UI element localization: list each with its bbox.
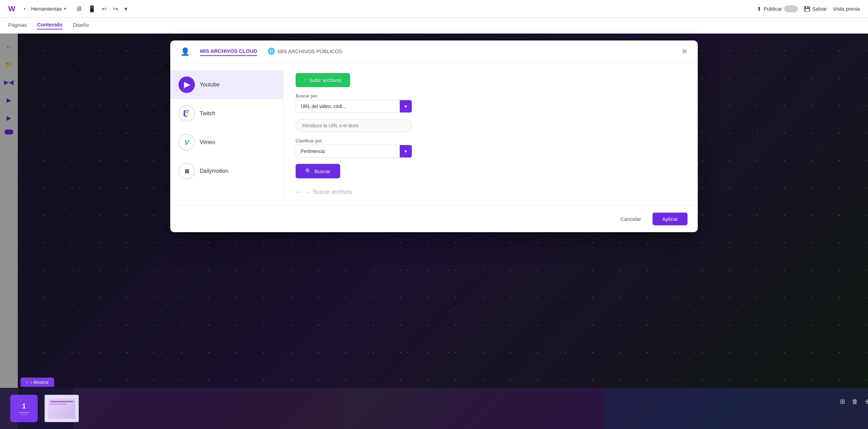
tools-chevron-icon: ▾ — [64, 7, 66, 11]
twitch-icon — [178, 105, 195, 122]
modal-user-icon: 👤 — [181, 47, 190, 56]
upload-icon: ↑ — [304, 77, 307, 83]
modal-public-icon: 🌐 — [268, 47, 275, 55]
page-thumb-1[interactable]: 1 — [10, 395, 38, 422]
bottom-actions: ⊞ 🗑 ⊕ 👁 — [840, 398, 858, 405]
topbar-icons: 🖥 📱 ↩ ↪ ▾ — [76, 5, 127, 13]
youtube-label: Youtube — [200, 82, 220, 88]
search-panel: ↑ Subir archivos Buscar por: URL del vid… — [283, 63, 698, 205]
topbar: W ▾ Herramientas ▾ 🖥 📱 ↩ ↪ ▾ ⬆ Publicar … — [0, 0, 868, 18]
publish-button[interactable]: ⬆ Publicar — [757, 5, 798, 12]
sort-row: Pertinencia ▾ — [296, 145, 412, 158]
source-item-vimeo[interactable]: V Vimeo — [170, 128, 283, 157]
source-item-dailymotion[interactable]: ⊞ Dailymotion — [170, 157, 283, 186]
show-icon: ↕ — [26, 380, 28, 385]
results-arrow-icon: ← — [296, 188, 302, 196]
bottom-delete-icon[interactable]: 🗑 — [852, 398, 858, 405]
preview-button[interactable]: Vista previa — [833, 6, 860, 12]
buscar-label: Buscar — [314, 168, 331, 174]
dailymotion-icon: ⊞ — [178, 163, 195, 179]
vimeo-label: Vimeo — [200, 139, 215, 145]
navbar: Páginas Contenido Diseño — [0, 18, 868, 34]
show-button[interactable]: ↕ ↕ Mostrar — [21, 378, 54, 387]
modal-tab-public-files-label: MIS ARCHIVOS PÚBLICOS — [278, 48, 342, 54]
modal-dialog: 👤 MIS ARCHIVOS CLOUD 🌐 MIS ARCHIVOS PÚBL… — [170, 40, 698, 232]
save-label: Salvar — [812, 6, 827, 12]
bottom-bar: ↕ ↕ Mostrar 1 ⊞ 🗑 ⊕ 👁 — [0, 388, 868, 429]
results-area: ← ← Buscar archivos — [296, 184, 685, 196]
source-item-youtube[interactable]: ▶ Youtube — [170, 70, 283, 99]
search-dropdown-button[interactable]: ▾ — [400, 100, 412, 112]
sort-by-label: Clasificar por: — [296, 138, 685, 143]
search-by-label: Buscar por: — [296, 93, 685, 98]
source-list: ▶ Youtube Twitch V Vimeo — [170, 63, 283, 205]
apply-button[interactable]: Aplicar — [653, 213, 687, 225]
more-icon[interactable]: ▾ — [124, 5, 127, 13]
url-input[interactable] — [296, 119, 412, 132]
modal-header: 👤 MIS ARCHIVOS CLOUD 🌐 MIS ARCHIVOS PÚBL… — [170, 40, 698, 63]
search-input-row: URL del video, códi... ▾ — [296, 100, 412, 113]
cancel-button[interactable]: Cancelar — [613, 213, 648, 225]
bottom-layers-icon[interactable]: ⊕ — [865, 398, 868, 405]
results-placeholder-text: ← Buscar archivos — [306, 189, 352, 195]
topbar-tools-chevron: ▾ — [24, 7, 26, 11]
save-button[interactable]: 💾 Salvar — [804, 6, 827, 12]
youtube-icon: ▶ — [178, 76, 195, 93]
search-icon: 🔍 — [305, 168, 312, 174]
vimeo-icon: V — [178, 134, 195, 151]
modal-body: ▶ Youtube Twitch V Vimeo — [170, 63, 698, 205]
desktop-icon[interactable]: 🖥 — [76, 5, 82, 12]
save-icon: 💾 — [804, 6, 810, 12]
redo-icon[interactable]: ↪ — [113, 5, 118, 13]
sort-select-display: Pertinencia — [296, 145, 400, 157]
modal-close-button[interactable]: ✕ — [681, 48, 687, 56]
buscar-button[interactable]: 🔍 Buscar — [296, 164, 340, 178]
bottom-add-icon[interactable]: ⊞ — [840, 398, 845, 405]
dailymotion-label: Dailymotion — [200, 168, 228, 174]
modal-tab-my-files[interactable]: MIS ARCHIVOS CLOUD — [200, 48, 257, 56]
nav-diseno[interactable]: Diseño — [73, 22, 89, 29]
publish-icon: ⬆ — [757, 6, 761, 12]
nav-pages[interactable]: Páginas — [8, 22, 27, 29]
logo: W — [8, 4, 15, 13]
upload-label: Subir archivos — [309, 77, 342, 83]
modal-footer: Cancelar Aplicar — [170, 205, 698, 232]
page-number: 1 — [22, 402, 26, 410]
search-select-display: URL del video, códi... — [296, 100, 400, 112]
show-label: ↕ Mostrar — [30, 380, 49, 385]
nav-contenido[interactable]: Contenido — [37, 22, 62, 29]
twitch-label: Twitch — [200, 110, 215, 117]
sort-dropdown-button[interactable]: ▾ — [400, 145, 412, 157]
modal-tab-public-files[interactable]: 🌐 MIS ARCHIVOS PÚBLICOS — [268, 47, 342, 56]
undo-icon[interactable]: ↩ — [102, 5, 107, 13]
results-placeholder: ← ← Buscar archivos — [296, 188, 352, 196]
sort-by-section: Clasificar por: Pertinencia ▾ — [296, 138, 685, 158]
search-by-section: Buscar por: URL del video, códi... ▾ — [296, 93, 685, 113]
publish-toggle[interactable] — [784, 5, 798, 12]
tools-label: Herramientas — [31, 6, 62, 12]
modal-tab-my-files-label: MIS ARCHIVOS CLOUD — [200, 48, 257, 54]
topbar-tools[interactable]: Herramientas ▾ — [31, 6, 66, 12]
publish-label: Publicar — [764, 6, 782, 12]
topbar-right: ⬆ Publicar 💾 Salvar Vista previa — [757, 5, 860, 12]
source-item-twitch[interactable]: Twitch — [170, 99, 283, 128]
page-thumb-preview[interactable] — [45, 395, 79, 422]
mobile-icon[interactable]: 📱 — [88, 5, 96, 13]
modal-overlay: 👤 MIS ARCHIVOS CLOUD 🌐 MIS ARCHIVOS PÚBL… — [0, 34, 868, 429]
upload-button[interactable]: ↑ Subir archivos — [296, 73, 350, 87]
